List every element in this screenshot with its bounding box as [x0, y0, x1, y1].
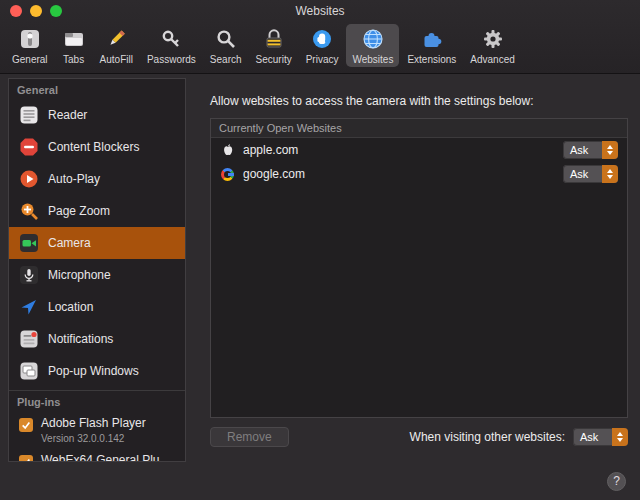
dropdown-stepper-icon	[602, 165, 618, 183]
permission-dropdown-google[interactable]: Ask	[563, 165, 618, 183]
websites-list: Currently Open Websites apple.com Ask go…	[210, 118, 628, 418]
sidebar-section-general: General	[9, 79, 185, 99]
other-websites-dropdown[interactable]: Ask	[573, 428, 628, 446]
sidebar: General Reader Content Blockers Auto-Pla…	[8, 78, 186, 462]
minimize-button[interactable]	[30, 5, 42, 17]
sidebar-item-label: Camera	[48, 236, 91, 250]
toolbar-tab-advanced[interactable]: Advanced	[464, 24, 520, 67]
camera-settings-pane: Allow websites to access the camera with…	[196, 70, 632, 500]
zoom-button[interactable]	[50, 5, 62, 17]
sidebar-item-label: Pop-up Windows	[48, 364, 139, 378]
toolbar-tab-label: Passwords	[147, 54, 196, 65]
toolbar-tab-label: Security	[256, 54, 292, 65]
toolbar-tab-label: Tabs	[63, 54, 84, 65]
sidebar-item-microphone[interactable]: Microphone	[9, 259, 185, 291]
sidebar-item-label: Content Blockers	[48, 140, 139, 154]
sidebar-item-label: Reader	[48, 108, 87, 122]
microphone-icon	[19, 265, 39, 285]
apple-favicon	[220, 143, 235, 158]
sidebar-item-auto-play[interactable]: Auto-Play	[9, 163, 185, 195]
plugin-name: Adobe Flash Player	[41, 416, 146, 430]
reader-icon	[19, 105, 39, 125]
sidebar-item-label: Microphone	[48, 268, 111, 282]
sidebar-item-location[interactable]: Location	[9, 291, 185, 323]
bottom-bar: Remove When visiting other websites: Ask	[210, 427, 628, 447]
close-button[interactable]	[10, 5, 22, 17]
notifications-icon	[19, 329, 39, 349]
location-arrow-icon	[19, 297, 39, 317]
privacy-hand-icon	[310, 27, 334, 51]
sidebar-section-plug-ins: Plug-ins	[9, 391, 185, 411]
toolbar-tab-tabs[interactable]: Tabs	[56, 24, 92, 67]
camera-icon	[19, 233, 39, 253]
sidebar-item-label: Location	[48, 300, 93, 314]
toolbar-tab-label: Privacy	[306, 54, 339, 65]
website-name: apple.com	[243, 143, 298, 157]
sidebar-item-page-zoom[interactable]: Page Zoom	[9, 195, 185, 227]
auto-play-icon	[19, 169, 39, 189]
search-icon	[214, 27, 238, 51]
window-chrome: Websites General Tabs AutoFill	[0, 0, 640, 74]
dropdown-stepper-icon	[602, 141, 618, 159]
toolbar-tab-label: Extensions	[407, 54, 456, 65]
toolbar-tab-autofill[interactable]: AutoFill	[94, 24, 139, 67]
website-row-google[interactable]: google.com Ask	[211, 162, 627, 186]
toolbar-tab-extensions[interactable]: Extensions	[401, 24, 462, 67]
plugin-item-webex[interactable]: WebEx64 General Plu... Version 1.1.0	[9, 448, 185, 462]
pane-description: Allow websites to access the camera with…	[210, 94, 628, 108]
plugin-version: Version 32.0.0.142	[41, 433, 146, 444]
toolbar-tab-privacy[interactable]: Privacy	[300, 24, 345, 67]
google-favicon	[220, 167, 235, 182]
dropdown-value: Ask	[573, 428, 612, 446]
general-icon	[18, 27, 42, 51]
content-blockers-icon	[19, 137, 39, 157]
sidebar-item-camera[interactable]: Camera	[9, 227, 185, 259]
sidebar-item-label: Page Zoom	[48, 204, 110, 218]
window-title: Websites	[0, 0, 640, 22]
tabs-icon	[62, 27, 86, 51]
lock-icon	[262, 27, 286, 51]
permission-dropdown-apple[interactable]: Ask	[563, 141, 618, 159]
gear-icon	[481, 27, 505, 51]
plugin-name: WebEx64 General Plu...	[41, 453, 170, 462]
website-name: google.com	[243, 167, 305, 181]
autofill-pencil-icon	[104, 27, 128, 51]
sidebar-item-notifications[interactable]: Notifications	[9, 323, 185, 355]
toolbar-tab-websites[interactable]: Websites	[346, 24, 399, 67]
dropdown-value: Ask	[563, 165, 602, 183]
website-row-apple[interactable]: apple.com Ask	[211, 138, 627, 162]
titlebar: Websites	[0, 0, 640, 22]
plugin-checkbox[interactable]	[19, 418, 33, 432]
sidebar-item-reader[interactable]: Reader	[9, 99, 185, 131]
sidebar-item-content-blockers[interactable]: Content Blockers	[9, 131, 185, 163]
sidebar-item-label: Auto-Play	[48, 172, 100, 186]
key-icon	[159, 27, 183, 51]
toolbar-tab-passwords[interactable]: Passwords	[141, 24, 202, 67]
toolbar-tab-label: AutoFill	[100, 54, 133, 65]
dropdown-value: Ask	[563, 141, 602, 159]
toolbar-tab-label: Search	[210, 54, 242, 65]
remove-button[interactable]: Remove	[210, 427, 289, 447]
help-button[interactable]: ?	[607, 472, 626, 491]
toolbar-tab-search[interactable]: Search	[204, 24, 248, 67]
toolbar-tab-label: Advanced	[470, 54, 514, 65]
safari-preferences-window: Websites General Tabs AutoFill	[0, 0, 640, 500]
other-websites-label: When visiting other websites:	[410, 430, 565, 444]
pop-up-windows-icon	[19, 361, 39, 381]
websites-list-header: Currently Open Websites	[211, 119, 627, 138]
traffic-lights	[10, 5, 62, 17]
plugin-checkbox[interactable]	[19, 455, 33, 462]
dropdown-stepper-icon	[612, 428, 628, 446]
plugin-item-adobe-flash[interactable]: Adobe Flash Player Version 32.0.0.142	[9, 411, 185, 448]
toolbar-tab-label: Websites	[352, 54, 393, 65]
toolbar-tab-label: General	[12, 54, 48, 65]
page-zoom-icon	[19, 201, 39, 221]
sidebar-item-label: Notifications	[48, 332, 113, 346]
toolbar-tab-security[interactable]: Security	[250, 24, 298, 67]
sidebar-item-pop-up-windows[interactable]: Pop-up Windows	[9, 355, 185, 387]
preferences-content: General Reader Content Blockers Auto-Pla…	[0, 70, 640, 500]
preferences-toolbar: General Tabs AutoFill Passwords	[0, 22, 640, 73]
extensions-puzzle-icon	[420, 27, 444, 51]
websites-globe-icon	[361, 27, 385, 51]
toolbar-tab-general[interactable]: General	[6, 24, 54, 67]
